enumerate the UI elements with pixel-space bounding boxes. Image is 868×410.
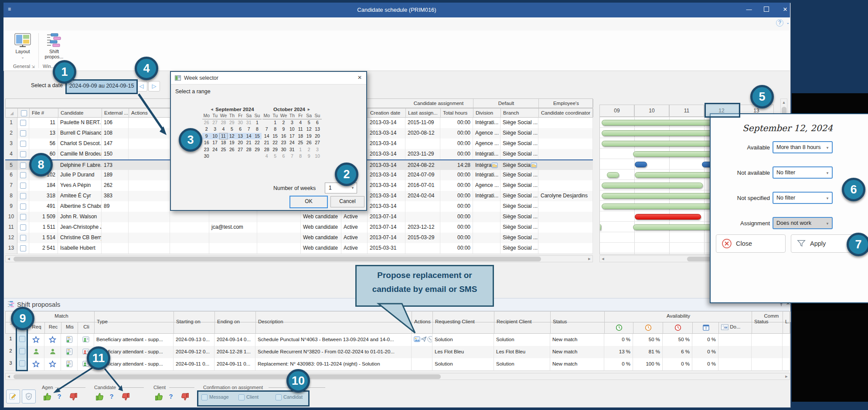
column-header-branch[interactable]: Branch — [501, 108, 539, 117]
red-clock-icon[interactable] — [674, 324, 681, 331]
calendar-day[interactable] — [228, 153, 236, 160]
phone-icon[interactable] — [427, 336, 432, 342]
scroll-left-icon[interactable]: ◄ — [600, 256, 606, 262]
calendar-day[interactable]: 6 — [279, 153, 288, 160]
calendar-day[interactable]: 26 — [305, 139, 313, 146]
approve-icon[interactable] — [95, 392, 104, 401]
calendar-day[interactable]: 6 — [313, 119, 321, 126]
calendar-day[interactable]: 12 — [228, 133, 236, 140]
ok-button[interactable]: OK — [289, 196, 328, 208]
calendar-day[interactable]: 1 — [296, 146, 305, 153]
calendar-day[interactable]: 16 — [279, 133, 288, 140]
reject-icon[interactable] — [121, 392, 130, 401]
scroll-right-icon[interactable]: ► — [783, 373, 790, 380]
next-week-button[interactable]: ▷ — [148, 81, 160, 91]
scroll-up-icon[interactable]: ▲ — [781, 99, 787, 105]
column-header-status[interactable]: Status — [551, 311, 605, 334]
star-match-icon[interactable] — [32, 360, 40, 368]
star-match-icon[interactable] — [49, 360, 56, 368]
calendar-day[interactable]: 30 — [279, 146, 288, 153]
calendar-day[interactable]: 17 — [288, 133, 296, 140]
mission-icon[interactable] — [66, 336, 73, 343]
edit-proposal-button[interactable] — [6, 390, 20, 403]
send-proposal-icon[interactable] — [420, 336, 427, 342]
filter-combobox-assignment[interactable]: Does not work▼ — [773, 217, 833, 229]
orange-clock-icon[interactable] — [645, 324, 652, 331]
filter-combobox-not-available[interactable]: No filter▼ — [773, 166, 833, 179]
unknown-icon[interactable]: ? — [56, 392, 63, 401]
calendar-day[interactable]: 2 — [202, 126, 211, 133]
calendar-day[interactable]: 30 — [202, 153, 211, 160]
calendar-day[interactable]: 11 — [296, 126, 305, 133]
grid-hscrollbar[interactable]: ◄ ► — [5, 255, 593, 262]
calendar-day[interactable]: 10 — [211, 133, 219, 140]
calendar-day[interactable]: 23 — [202, 146, 211, 153]
proposals-hscrollbar[interactable]: ◄ ► — [5, 373, 790, 380]
row-checkbox[interactable] — [20, 141, 26, 147]
calendar-day[interactable]: 3 — [288, 119, 296, 126]
calendar-day[interactable]: 1 — [253, 119, 261, 126]
column-header-rec[interactable]: Rec — [45, 322, 61, 333]
reject-icon[interactable] — [180, 392, 190, 401]
calendar-october[interactable]: October 2024►MoTuWeThFrSaSu1234567891011… — [262, 106, 322, 160]
column-header-comm_l[interactable]: L... — [783, 311, 790, 334]
dialog-launcher-icon[interactable]: ⇲ — [31, 64, 35, 69]
column-header-candidate[interactable]: Candidate — [58, 108, 102, 117]
person-match-icon[interactable] — [33, 348, 40, 355]
column-header-hours[interactable]: Total hours — [441, 108, 473, 117]
calendar-day[interactable]: 9 — [305, 153, 313, 160]
unknown-icon[interactable]: ? — [167, 392, 174, 401]
star-match-icon[interactable] — [49, 336, 56, 343]
open-folder-icon[interactable] — [531, 163, 537, 168]
reject-icon[interactable] — [69, 392, 78, 401]
calendar-september[interactable]: ◄September 2024MoTuWeThFrSaSu26272829303… — [202, 106, 262, 160]
calendar-day[interactable]: 7 — [262, 126, 271, 133]
calendar-day[interactable]: 31 — [288, 146, 296, 153]
calendar-day[interactable]: 27 — [236, 146, 245, 153]
proposal-row[interactable]: 2Beneficiary attendant - supp...2024-09-… — [5, 346, 790, 359]
table-row[interactable]: 101 509John R. WalsonWeb candidateActive… — [5, 212, 593, 223]
calendar-day[interactable]: 22 — [253, 139, 261, 146]
calendar-day[interactable]: 29 — [228, 119, 236, 126]
calendar-day[interactable]: 13 — [313, 126, 321, 133]
calendar-alert-icon[interactable]: ! — [703, 324, 709, 331]
scroll-left-icon[interactable]: ◄ — [6, 256, 12, 262]
row-checkbox[interactable] — [20, 130, 26, 136]
calendar-day[interactable]: 2 — [305, 146, 313, 153]
calendar-day[interactable]: 26 — [228, 146, 236, 153]
row-checkbox[interactable] — [20, 151, 26, 157]
row-checkbox[interactable] — [20, 224, 26, 230]
calendar-day[interactable]: 4 — [219, 126, 228, 133]
column-header-file[interactable]: File # — [30, 108, 58, 117]
column-header-coordinator[interactable]: Candidate coordinator — [539, 108, 593, 117]
green-availability-bar[interactable] — [602, 183, 703, 188]
calendar-day[interactable]: 26 — [202, 119, 211, 126]
minimize-button[interactable]: — — [742, 6, 756, 13]
calendar-day[interactable]: 24 — [211, 146, 219, 153]
maximize-button[interactable] — [760, 7, 773, 13]
calendar-day[interactable]: 9 — [202, 133, 211, 140]
table-row[interactable]: 132 541Isabelle HubertWeb candidateActiv… — [5, 243, 593, 254]
calendar-day[interactable]: 5 — [305, 119, 313, 126]
select-all-corner[interactable]: ◢ — [10, 111, 14, 115]
calendar-day[interactable]: 13 — [236, 133, 245, 140]
column-header-requesting[interactable]: Requesting Client — [433, 311, 494, 334]
calendar-day[interactable]: 16 — [202, 139, 211, 146]
calendar-day[interactable]: 20 — [236, 139, 245, 146]
calendar-day[interactable]: 4 — [296, 119, 305, 126]
column-header-ending[interactable]: Ending on — [215, 311, 256, 334]
calendar-day[interactable] — [262, 119, 271, 126]
calendar-day[interactable]: 25 — [296, 139, 305, 146]
calendar-day[interactable]: 19 — [305, 133, 313, 140]
calendar-day[interactable]: 28 — [262, 146, 271, 153]
calendar-day[interactable]: 5 — [228, 126, 236, 133]
calendar-day[interactable]: 7 — [288, 153, 296, 160]
row-checkbox[interactable] — [20, 235, 26, 241]
mission-icon[interactable] — [66, 360, 73, 367]
gantt-day-11[interactable]: 11 — [669, 105, 704, 117]
calendar-day[interactable]: 8 — [271, 126, 279, 133]
calendar-day[interactable]: 17 — [211, 139, 219, 146]
row-checkbox[interactable] — [20, 245, 26, 251]
close-filter-button[interactable]: Close — [716, 234, 786, 253]
column-header-cli[interactable]: Cli — [78, 322, 95, 333]
